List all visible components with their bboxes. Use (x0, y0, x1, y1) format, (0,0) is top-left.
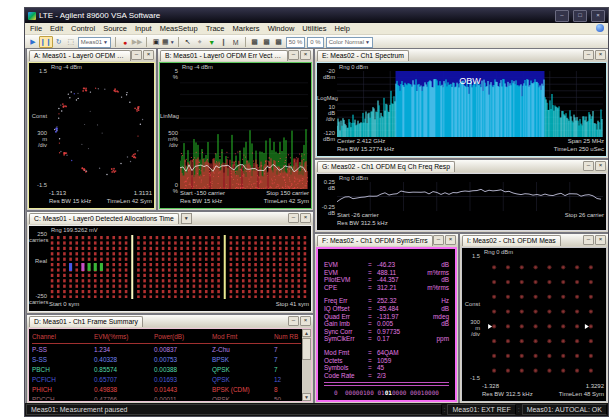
panel-titlebar[interactable]: F: Meas02 - Ch1 OFDM Syms/Errs–× (315, 234, 458, 246)
panel-titlebar[interactable]: I: Meas02 - Ch1 OFDM Meas–× (460, 234, 608, 246)
scrollbar-thumb[interactable] (302, 338, 311, 360)
autoscale-icon[interactable]: ▣ (150, 36, 162, 48)
marker-pause-icon[interactable]: ❙ (218, 36, 230, 48)
x-axis-labels-right: Span 25 MHz (568, 138, 604, 144)
menu-utilities[interactable]: Utilities (298, 23, 330, 34)
table-row[interactable]: PCFICH0.657070.01693QPSK12 (32, 375, 301, 385)
panel-titlebar[interactable]: A: Meas01 - Layer0 OFDM Meas–× (27, 49, 156, 61)
table-row[interactable]: PDCCH0.477660.00011QPSK50 (32, 395, 301, 400)
measurement-select[interactable]: Meas01▼ (78, 37, 111, 48)
scroll-down-icon[interactable]: ▼ (302, 393, 311, 401)
panel-close-button[interactable]: × (445, 235, 456, 245)
range-label: Rng -4 dBm (182, 64, 213, 70)
panel-minimize-button[interactable]: – (131, 50, 142, 60)
readout-label: IQ Offset (324, 305, 368, 313)
scroll-up-icon[interactable]: ▲ (302, 329, 311, 337)
menu-edit[interactable]: Edit (46, 23, 67, 34)
menu-window[interactable]: Window (264, 23, 299, 34)
panel-titlebar[interactable]: D: Meas01 - Ch1 Frame Summary–× (27, 315, 313, 327)
panel-titlebar[interactable]: C: Meas01 - Layer0 Detected Allocations … (27, 212, 313, 224)
pause-icon[interactable]: ❙❙ (39, 36, 53, 48)
marker-to-trace-icon[interactable]: ⌖ (194, 36, 206, 48)
playback-icon[interactable]: ▶▶ (131, 36, 143, 48)
single-acquisition-icon[interactable]: ⬚ (65, 36, 77, 48)
marker-icon[interactable]: M (230, 36, 242, 48)
panel-close-button[interactable]: × (300, 50, 311, 60)
panel-minimize-button[interactable]: – (288, 50, 299, 60)
x-axis-labels-left: -1.328 (482, 383, 499, 389)
panel-minimize-button[interactable]: – (288, 316, 299, 326)
panel-minimize-button[interactable]: – (583, 161, 594, 171)
window-layout-icon[interactable]: ▦▼ (162, 36, 175, 48)
freqresp-trace (337, 182, 603, 211)
panel-minimize-button[interactable]: – (433, 235, 444, 245)
table-row[interactable]: PHICH0.498380.01443BPSK (CDM)8 (32, 385, 301, 395)
menu-markers[interactable]: Markers (229, 23, 264, 34)
x-axis-labels: -1.3131.3131 (49, 190, 152, 196)
panel-a: A: Meas01 - Layer0 OFDM Meas–×Rng -4 dBm… (26, 48, 157, 211)
menu-trace[interactable]: Trace (202, 23, 229, 34)
offset-percent-field[interactable]: 0 % (307, 37, 323, 48)
panel-titlebar[interactable]: B: Meas01 - Layer0 OFDM Err Vect Spectru… (158, 49, 313, 61)
panel-titlebar[interactable]: E: Meas02 - Ch1 Spectrum–× (315, 49, 608, 61)
panel-minimize-button[interactable]: – (583, 50, 594, 60)
plot-area[interactable]: Rng 199.5262 mV250 carriersReal-250 carr… (28, 225, 312, 312)
readout-label: SymClkErr (324, 335, 368, 343)
panel-close-button[interactable]: × (300, 316, 311, 326)
play-icon[interactable]: ▶ (27, 36, 39, 48)
pointer-icon[interactable]: ↖ (182, 36, 194, 48)
panel-close-button[interactable]: × (595, 235, 606, 245)
plot-area[interactable]: Rng -4 dBm1.5Const300 m /div-1.5-1.3131.… (28, 62, 155, 209)
menu-control[interactable]: Control (67, 23, 99, 34)
panel-b: B: Meas01 - Layer0 OFDM Err Vect Spectru… (157, 48, 314, 211)
color-mode-select[interactable]: Color Normal▼ (326, 37, 373, 48)
plot-area[interactable]: ChannelEVM(%rms)Power(dB)Mod FmtNum RBP-… (28, 328, 312, 402)
window-close-button[interactable]: × (591, 10, 605, 22)
scale-percent-field[interactable]: 50 % (286, 37, 306, 48)
window-maximize-button[interactable]: □ (573, 10, 587, 22)
title-bar[interactable]: LTE - Agilent 89600 VSA Software – □ × (25, 8, 608, 23)
trace-format-icon[interactable]: ▩ (261, 36, 273, 48)
panel-close-button[interactable]: × (143, 50, 154, 60)
plot-area[interactable]: EVM=-46.23dBEVM=488.11m%rmsPilotEVM=-44.… (316, 247, 457, 402)
y-axis-mid-label: Real (29, 258, 47, 264)
plot-area[interactable]: Rng 0 dBm1.5Const300 m /div-1.5-1.3281.3… (461, 247, 607, 402)
menu-meassetup[interactable]: MeasSetup (156, 23, 202, 34)
y-axis-div-label: 300 m /div (462, 319, 480, 337)
panel-close-button[interactable]: × (595, 50, 606, 60)
panel-close-button[interactable]: × (300, 213, 311, 223)
table-row[interactable]: P-SS1.2340.00837Z-Chu7 (32, 345, 301, 355)
restart-icon[interactable]: ↻ (53, 36, 65, 48)
menu-file[interactable]: File (26, 23, 46, 34)
trace-layout-icon[interactable]: ▩ (273, 36, 285, 48)
panel-title: E: Meas02 - Ch1 Spectrum (317, 50, 409, 61)
readout-row: Symbols=45 (324, 364, 449, 372)
plot-area[interactable]: Rng 0 dBm-20 dBmLogMag10 dB /div-120 dBm… (316, 62, 607, 157)
plot-area[interactable]: Rng -4 dBm5 %LinMag500 m% /div0 %Start -… (159, 62, 312, 209)
readout-equals: = (368, 335, 377, 343)
marker-peak-icon[interactable]: ▼ (206, 36, 218, 48)
readout-equals: = (368, 284, 377, 292)
menu-help[interactable]: Help (330, 23, 353, 34)
trace-data-icon[interactable]: ▩ (249, 36, 261, 48)
menu-source[interactable]: Source (99, 23, 131, 34)
readout-row: PilotEVM=-44.357dB (324, 276, 449, 284)
panel-trace-dropdown-icon[interactable]: ▼ (181, 213, 192, 224)
panel-minimize-button[interactable]: – (583, 235, 594, 245)
y-axis-bottom-label: -0.25 dB (317, 204, 335, 216)
window-minimize-button[interactable]: – (555, 10, 569, 22)
readout-equals: = (368, 305, 377, 313)
table-row[interactable]: S-SS0.403280.00753BPSK7 (32, 355, 301, 365)
help-globe-icon[interactable] (596, 24, 604, 32)
record-icon[interactable]: ● (119, 36, 131, 48)
panel-minimize-button[interactable]: – (288, 213, 299, 223)
table-scrollbar[interactable]: ▲▼ (302, 329, 311, 401)
panel-close-button[interactable]: × (595, 161, 606, 171)
table-row[interactable]: PBCH0.855740.00388QPSK7 (32, 365, 301, 375)
y-axis-top-label: -20 dBm (317, 68, 335, 80)
plot-area[interactable]: Rng 0 dBm0.25 dB-0.25 dBStart -26 carrie… (316, 173, 607, 231)
readout-label: Freq Err (324, 297, 368, 305)
panel-titlebar[interactable]: G: Meas02 - Ch1 OFDM Eq Ch Freq Resp–× (315, 160, 608, 172)
window-title: LTE - Agilent 89600 VSA Software (39, 11, 551, 20)
menu-input[interactable]: Input (131, 23, 156, 34)
